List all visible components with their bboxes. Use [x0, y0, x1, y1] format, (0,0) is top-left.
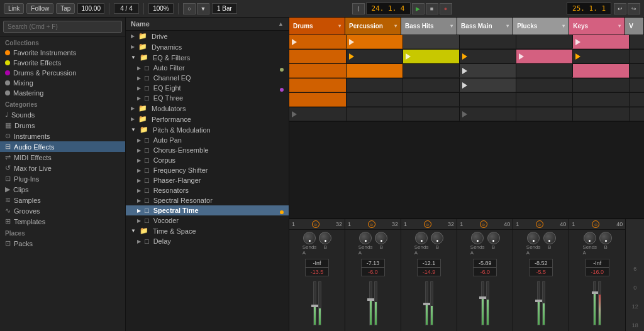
clip-slot[interactable]	[289, 50, 346, 63]
file-item-time-space[interactable]: ▼ 📁 Time & Space	[126, 225, 289, 236]
fader-keys[interactable]	[593, 281, 596, 325]
file-item-vocoder[interactable]: ▶ □ Vocoder	[126, 215, 289, 225]
sidebar-item-favorite-effects[interactable]: Favorite Effects	[0, 58, 125, 68]
clip-slot[interactable]	[572, 64, 629, 78]
send-b-knob-keys[interactable]: B	[599, 232, 612, 256]
track-header-bassmain[interactable]: Bass Main ▾	[457, 18, 513, 35]
sidebar-item-midi-effects[interactable]: ⇌ MIDI Effects	[0, 152, 125, 163]
sidebar-item-clips[interactable]: ▶ Clips	[0, 184, 125, 195]
redo-icon[interactable]: ↪	[628, 3, 640, 14]
file-item-chorus-ensemble[interactable]: ▶ □ Chorus-Ensemble	[126, 145, 289, 155]
sidebar-item-drums-percussion[interactable]: Drums & Percussion	[0, 68, 125, 78]
knob7[interactable]	[471, 232, 484, 244]
file-item-corpus[interactable]: ▶ □ Corpus	[126, 155, 289, 165]
zoom-display[interactable]: 100%	[148, 3, 174, 14]
clip-slot[interactable]	[572, 35, 629, 49]
clip-slot[interactable]	[459, 35, 516, 49]
sidebar-item-samples[interactable]: ≋ Samples	[0, 195, 125, 205]
send-a-knob-bh[interactable]: SendsA	[414, 232, 429, 256]
record-button[interactable]: ●	[440, 3, 452, 14]
fader-pl-r[interactable]	[542, 281, 545, 325]
track-header-percussion[interactable]: Percussion ▾	[345, 18, 401, 35]
clip-slot[interactable]	[402, 93, 459, 107]
clip-slot[interactable]	[516, 35, 572, 49]
knob10[interactable]	[543, 232, 556, 244]
search-input[interactable]	[3, 21, 122, 33]
fader-bm[interactable]	[481, 281, 484, 325]
file-item-auto-pan[interactable]: ▶ □ Auto Pan	[126, 135, 289, 145]
punch-in-button[interactable]: ▼	[197, 3, 209, 14]
loop-button[interactable]: ○	[183, 3, 196, 14]
clip-slot[interactable]	[346, 79, 402, 92]
clip-slot[interactable]	[289, 93, 346, 107]
tap-button[interactable]: Tap	[56, 3, 75, 14]
sidebar-item-favorite-instruments[interactable]: Favorite Instruments	[0, 48, 125, 58]
track-header-v[interactable]: V	[625, 18, 644, 35]
prev-button[interactable]: ⟨	[352, 3, 365, 14]
clip-slot[interactable]	[516, 93, 572, 107]
clip-slot[interactable]	[346, 93, 402, 107]
clip-slot[interactable]	[516, 79, 572, 92]
file-item-delay[interactable]: ▶ □ Delay	[126, 236, 289, 246]
file-item-pitch-modulation[interactable]: ▼ 📁 Pitch & Modulation	[126, 124, 289, 135]
knob8[interactable]	[487, 232, 500, 244]
send-a-knob-bm[interactable]: SendsA	[470, 232, 485, 256]
position-display[interactable]: 24. 1. 4	[366, 3, 411, 14]
send-b-knob-bm[interactable]: B	[487, 232, 500, 256]
file-item-resonators[interactable]: ▶ □ Resonators	[126, 185, 289, 195]
file-item-auto-filter[interactable]: ▶ □ Auto Filter	[126, 63, 289, 73]
file-item-modulators[interactable]: ▶ 📁 Modulators	[126, 103, 289, 114]
knob9[interactable]	[527, 232, 540, 244]
clip-slot[interactable]	[629, 64, 644, 78]
clip-slot[interactable]	[289, 107, 346, 121]
clip-slot[interactable]	[572, 50, 629, 63]
send-a-knob-perc[interactable]: SendsA	[358, 232, 373, 256]
position-display2[interactable]: 25. 1. 1	[567, 3, 611, 14]
knob12[interactable]	[599, 232, 612, 244]
time-sig-display[interactable]: 4 / 4	[114, 3, 139, 14]
clip-slot[interactable]	[402, 50, 459, 63]
file-item-dynamics[interactable]: ▶ 📁 Dynamics	[126, 41, 289, 52]
clip-slot[interactable]	[459, 79, 516, 92]
send-b-knob-drums[interactable]: B	[319, 232, 331, 256]
sidebar-item-sounds[interactable]: ♩ Sounds	[0, 109, 125, 120]
file-item-drive[interactable]: ▶ 📁 Drive	[126, 31, 289, 41]
clip-slot[interactable]	[346, 50, 402, 63]
clip-slot[interactable]	[346, 35, 402, 49]
track-header-drums[interactable]: Drums ▾	[289, 18, 345, 35]
sidebar-item-plugins[interactable]: ⊡ Plug-Ins	[0, 173, 125, 184]
clip-slot[interactable]	[459, 50, 516, 63]
sidebar-item-packs[interactable]: ⊡ Packs	[0, 238, 125, 249]
clip-slot[interactable]	[629, 79, 644, 92]
sidebar-item-drums[interactable]: ▦ Drums	[0, 120, 125, 131]
sidebar-item-mixing[interactable]: Mixing	[0, 78, 125, 88]
file-item-spectral-resonator[interactable]: ▶ □ Spectral Resonator	[126, 195, 289, 205]
send-b-knob-perc[interactable]: B	[375, 232, 387, 256]
clip-slot[interactable]	[516, 107, 572, 121]
clip-slot[interactable]	[572, 93, 629, 107]
fader-keys-r[interactable]	[598, 281, 601, 325]
clip-slot[interactable]	[629, 93, 644, 107]
clip-slot[interactable]	[629, 35, 644, 49]
send-b-knob-bh[interactable]: B	[431, 232, 443, 256]
track-header-basshits[interactable]: Bass Hits ▾	[401, 18, 457, 35]
stop-button[interactable]: ■	[426, 3, 438, 14]
track-header-plucks[interactable]: Plucks ▾	[513, 18, 569, 35]
sidebar-item-grooves[interactable]: ∿ Grooves	[0, 205, 125, 216]
fader-bh-r[interactable]	[430, 281, 433, 325]
fader-pl[interactable]	[537, 281, 540, 325]
file-item-eq-filters[interactable]: ▼ 📁 EQ & Filters	[126, 52, 289, 63]
fader-bh[interactable]	[425, 281, 428, 325]
send-a-knob-pl[interactable]: SendsA	[526, 232, 541, 256]
link-button[interactable]: Link	[4, 3, 24, 14]
clip-slot[interactable]	[402, 79, 459, 92]
send-b-knob-pl[interactable]: B	[543, 232, 556, 256]
clip-slot[interactable]	[572, 79, 629, 92]
send-a-knob-keys[interactable]: SendsA	[582, 232, 597, 256]
sidebar-item-audio-effects[interactable]: ⊟ Audio Effects	[0, 141, 125, 152]
file-item-spectral-time[interactable]: ▶ □ Spectral Time	[126, 205, 289, 215]
sidebar-item-max-for-live[interactable]: ↺ Max for Live	[0, 163, 125, 173]
knob6[interactable]	[431, 232, 443, 244]
clip-slot[interactable]	[459, 107, 516, 121]
knob5[interactable]	[415, 232, 428, 244]
